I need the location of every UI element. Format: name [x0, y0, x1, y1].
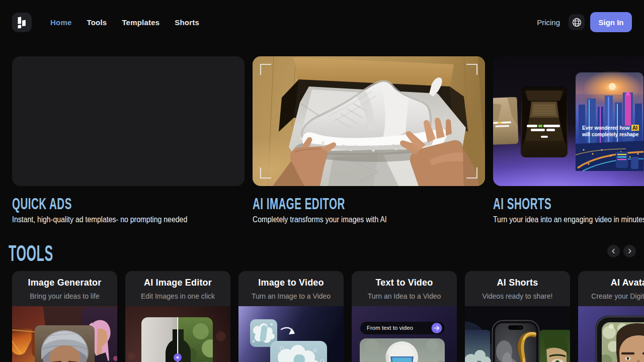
svg-text:Ever wondered how: Ever wondered how [582, 125, 630, 131]
svg-text:From text to video: From text to video [367, 325, 413, 331]
svg-text:will completely reshape: will completely reshape [582, 132, 639, 137]
svg-text:AI: AI [632, 125, 637, 131]
